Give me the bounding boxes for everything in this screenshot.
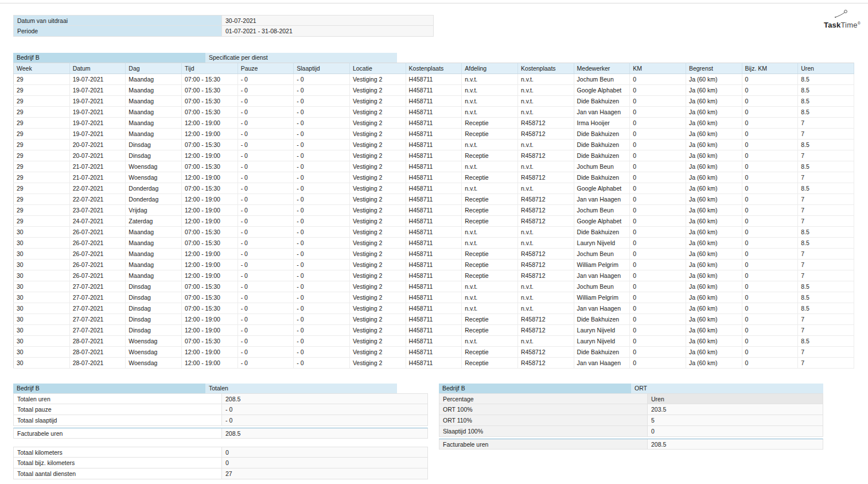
table-cell: Receptie xyxy=(462,194,518,205)
table-cell: 0 xyxy=(630,172,686,183)
table-cell: Vestiging 2 xyxy=(349,96,406,107)
table-cell: 8.5 xyxy=(798,183,854,194)
table-cell: 0 xyxy=(630,314,686,325)
table-cell: 12:00 - 19:00 xyxy=(181,347,238,358)
table-cell: - 0 xyxy=(238,314,294,325)
table-cell: 8.5 xyxy=(798,227,854,238)
column-header: Dag xyxy=(126,63,182,74)
table-cell: - 0 xyxy=(294,140,350,150)
table-cell: Vrijdag xyxy=(126,205,182,216)
table-cell: - 0 xyxy=(238,150,294,161)
info-value: 01-07-2021 - 31-08-2021 xyxy=(221,26,433,36)
table-cell: 0 xyxy=(742,96,798,107)
table-cell: - 0 xyxy=(294,85,350,96)
table-cell: 27-07-2021 xyxy=(69,314,126,325)
column-header: Begrenst xyxy=(686,63,742,74)
column-header: Week xyxy=(14,63,70,74)
table-cell: Dide Bakhuizen xyxy=(574,314,630,325)
table-cell: Donderdag xyxy=(126,183,182,194)
table-cell: H458711 xyxy=(406,205,462,216)
table-cell: R458712 xyxy=(517,270,574,281)
shift-table-body: 2919-07-2021Maandag07:00 - 15:30- 0- 0Ve… xyxy=(14,74,854,369)
table-cell: Ja (60 km) xyxy=(686,325,742,336)
table-cell: Receptie xyxy=(462,249,518,260)
table-cell: H458711 xyxy=(406,303,462,314)
table-cell: Vestiging 2 xyxy=(349,281,406,292)
table-cell: Dide Bakhuizen xyxy=(574,150,630,161)
table-cell: - 0 xyxy=(238,129,294,140)
table-cell: 0 xyxy=(742,303,798,314)
table-cell: H458711 xyxy=(406,249,462,260)
table-cell: H458711 xyxy=(406,172,462,183)
table-cell: H458711 xyxy=(406,238,462,249)
top-divider xyxy=(0,3,868,3)
table-cell: 29 xyxy=(14,150,70,161)
table-cell: - 0 xyxy=(294,216,350,227)
table-cell: Vestiging 2 xyxy=(349,161,406,172)
table-cell: 07:00 - 15:30 xyxy=(181,96,238,107)
table-cell: n.v.t. xyxy=(462,227,518,238)
table-cell: - 0 xyxy=(294,358,350,369)
table-cell: 7 xyxy=(798,129,854,140)
table-cell: n.v.t. xyxy=(517,140,574,150)
table-row: 2919-07-2021Maandag07:00 - 15:30- 0- 0Ve… xyxy=(14,74,854,85)
table-cell: 8.5 xyxy=(798,74,854,85)
table-cell: Woensdag xyxy=(126,347,182,358)
table-cell: Jan van Haagen xyxy=(574,303,630,314)
table-cell: n.v.t. xyxy=(517,161,574,172)
table-cell: Vestiging 2 xyxy=(349,347,406,358)
table-cell: Jan van Haagen xyxy=(574,358,630,369)
table-row: 3027-07-2021Dinsdag07:00 - 15:30- 0- 0Ve… xyxy=(14,303,854,314)
table-cell: 30 xyxy=(14,303,70,314)
totals-value: - 0 xyxy=(221,415,427,425)
table-cell: 29 xyxy=(14,172,70,183)
table-cell: Vestiging 2 xyxy=(349,227,406,238)
tasktime-logo-text: TaskTime® xyxy=(819,21,865,29)
table-cell: 29 xyxy=(14,96,70,107)
ort-value: 208.5 xyxy=(647,439,823,449)
report-info-table: Datum van uitdraai30-07-2021Periode01-07… xyxy=(13,15,434,37)
table-cell: Ja (60 km) xyxy=(686,216,742,227)
extra-value: 27 xyxy=(221,468,427,479)
table-cell: n.v.t. xyxy=(517,227,574,238)
table-row: 2919-07-2021Maandag07:00 - 15:30- 0- 0Ve… xyxy=(14,96,854,107)
table-cell: 0 xyxy=(630,292,686,303)
table-cell: 30 xyxy=(14,358,70,369)
table-cell: 12:00 - 19:00 xyxy=(181,249,238,260)
table-row: 3026-07-2021Maandag12:00 - 19:00- 0- 0Ve… xyxy=(14,270,854,281)
table-cell: 0 xyxy=(630,107,686,118)
table-cell: 29 xyxy=(14,205,70,216)
table-cell: 0 xyxy=(630,270,686,281)
table-cell: 0 xyxy=(630,129,686,140)
section-band-label: Specificatie per dienst xyxy=(205,53,397,63)
table-cell: 7 xyxy=(798,118,854,129)
table-cell: Dide Bakhuizen xyxy=(574,227,630,238)
table-cell: n.v.t. xyxy=(517,238,574,249)
table-cell: Ja (60 km) xyxy=(686,249,742,260)
table-cell: - 0 xyxy=(238,74,294,85)
table-cell: 29 xyxy=(14,85,70,96)
table-cell: Ja (60 km) xyxy=(686,183,742,194)
totals-value: 208.5 xyxy=(221,428,427,438)
table-cell: - 0 xyxy=(238,227,294,238)
table-cell: H458711 xyxy=(406,140,462,150)
table-cell: 12:00 - 19:00 xyxy=(181,325,238,336)
ort-label: ORT 100% xyxy=(439,404,647,415)
table-cell: Ja (60 km) xyxy=(686,107,742,118)
table-row: 2923-07-2021Vrijdag12:00 - 19:00- 0- 0Ve… xyxy=(14,205,854,216)
table-cell: 7 xyxy=(798,325,854,336)
table-cell: 0 xyxy=(742,325,798,336)
table-cell: 7 xyxy=(798,249,854,260)
extra-label: Totaal kilometers xyxy=(14,447,221,457)
table-cell: Dide Bakhuizen xyxy=(574,129,630,140)
table-cell: Dinsdag xyxy=(126,314,182,325)
table-cell: 7 xyxy=(798,150,854,161)
ort-label: Percentage xyxy=(439,394,647,404)
table-cell: n.v.t. xyxy=(517,336,574,347)
table-cell: - 0 xyxy=(294,347,350,358)
ort-value: 203.5 xyxy=(647,404,823,415)
table-cell: Vestiging 2 xyxy=(349,292,406,303)
table-cell: 22-07-2021 xyxy=(69,183,126,194)
table-cell: 0 xyxy=(630,227,686,238)
table-cell: Dinsdag xyxy=(126,281,182,292)
